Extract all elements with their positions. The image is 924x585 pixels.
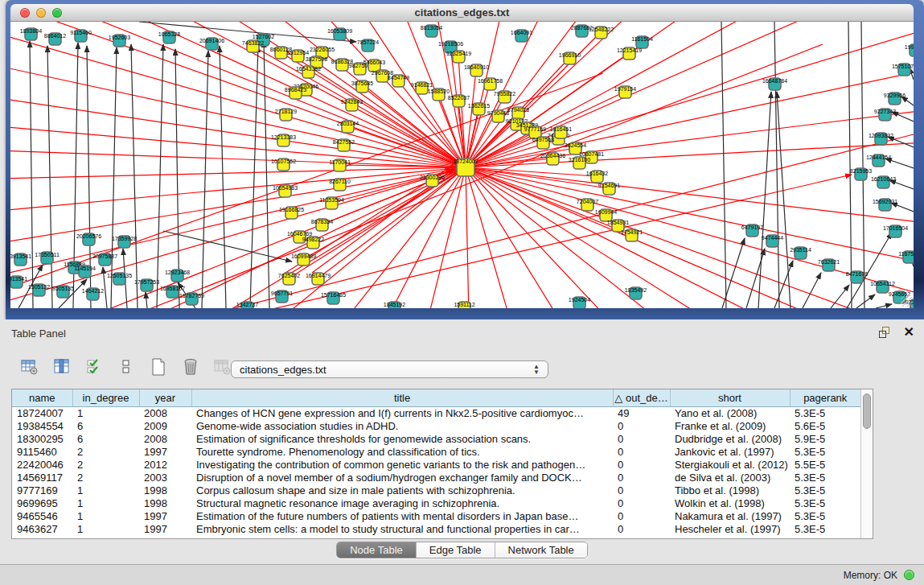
network-node[interactable]: 15716485 <box>321 292 346 304</box>
network-node[interactable]: 2935114 <box>790 247 811 259</box>
table-cell[interactable]: 49 <box>613 406 670 419</box>
resize-grip[interactable] <box>901 295 912 307</box>
network-node[interactable]: 9329966 <box>884 93 906 105</box>
table-cell[interactable]: Embryonic stem cells: a model to study s… <box>191 522 613 535</box>
network-node[interactable]: 7632621 <box>818 259 840 271</box>
row-height-icon[interactable] <box>116 356 137 377</box>
network-node[interactable]: 1161504 <box>631 36 653 48</box>
table-cell[interactable]: 2 <box>72 471 139 484</box>
table-cell[interactable]: Jankovic et al. (1997) <box>670 445 790 458</box>
network-node[interactable]: 1994202 <box>905 44 914 56</box>
table-cell[interactable]: 9699695 <box>12 496 72 509</box>
table-cell[interactable]: Hescheler et al. (1997) <box>670 522 790 535</box>
table-cell[interactable]: Corpus callosum shape and size in male p… <box>191 484 613 496</box>
column-header-pagerank[interactable]: pagerank <box>790 389 860 406</box>
network-edge[interactable] <box>861 22 864 308</box>
table-cell[interactable]: Tibbo et al. (1998) <box>670 484 790 496</box>
table-cell[interactable]: 0 <box>613 496 670 509</box>
table-settings-icon[interactable] <box>19 356 40 377</box>
float-panel-icon[interactable] <box>879 327 892 339</box>
network-node[interactable]: 20206576 <box>76 233 101 245</box>
network-node[interactable]: 1588520 <box>428 89 450 101</box>
table-cell[interactable]: 0 <box>613 445 670 458</box>
network-edge[interactable] <box>466 70 476 167</box>
table-cell[interactable]: 5.5E-5 <box>790 458 860 471</box>
table-cell[interactable]: 0 <box>613 458 670 471</box>
table-cell[interactable]: Estimation of the future numbers of pati… <box>191 509 613 522</box>
network-edge[interactable] <box>220 46 226 308</box>
network-node[interactable]: 12923468 <box>165 270 190 282</box>
network-node[interactable]: 15751074 <box>892 64 914 76</box>
table-cell[interactable]: Estimation of significance thresholds fo… <box>191 432 613 445</box>
table-cell[interactable]: Tourette syndrome. Phenomenology and cla… <box>191 445 613 458</box>
table-cell[interactable]: 2 <box>72 458 139 471</box>
table-cell[interactable]: 2008 <box>139 406 191 419</box>
network-node[interactable]: 1342737 <box>236 302 258 308</box>
table-cell[interactable]: 1997 <box>139 509 191 522</box>
network-edge[interactable] <box>758 92 771 308</box>
network-node[interactable]: 6497568 <box>532 137 554 149</box>
network-node[interactable]: 16210643 <box>871 176 896 188</box>
new-table-icon[interactable] <box>148 356 169 377</box>
network-node[interactable]: 15692931 <box>873 199 897 211</box>
table-cell[interactable]: 14569117 <box>12 471 72 484</box>
network-edge[interactable] <box>466 142 914 167</box>
network-edge[interactable] <box>10 167 466 179</box>
network-node[interactable]: 9657791 <box>271 290 293 303</box>
column-header-out_de[interactable]: △ out_de… <box>613 389 670 406</box>
network-canvas[interactable]: 1893804886401291154601952603106532820691… <box>10 22 914 308</box>
network-node[interactable]: 1505132 <box>28 284 50 296</box>
table-row[interactable]: 1830029562008Estimation of significance … <box>12 432 860 445</box>
network-edge[interactable] <box>774 22 779 308</box>
network-edge[interactable] <box>466 167 871 308</box>
network-node[interactable]: 8864012 <box>44 33 66 45</box>
table-cell[interactable]: Wolkin et al. (1998) <box>670 496 790 509</box>
network-node[interactable]: 8522037 <box>448 95 470 107</box>
network-node[interactable]: 8427552 <box>333 139 355 151</box>
table-cell[interactable]: 6 <box>72 419 139 432</box>
network-node[interactable]: 9242843 <box>341 99 363 111</box>
table-cell[interactable]: 0 <box>613 522 670 535</box>
network-node[interactable]: 19166825 <box>279 207 304 219</box>
network-node[interactable]: 1664091 <box>511 30 532 42</box>
network-node[interactable]: 3875685 <box>351 80 373 93</box>
network-node[interactable]: 10107552 <box>271 159 296 171</box>
network-node[interactable]: 12444154 <box>866 154 891 167</box>
network-node[interactable]: 12093832 <box>869 133 893 145</box>
table-cell[interactable]: 5.3E-5 <box>790 445 860 458</box>
table-row[interactable]: 946362711997Embryonic stem cells: a mode… <box>12 522 860 535</box>
network-node[interactable]: 1952603 <box>109 35 130 47</box>
network-edge[interactable] <box>429 167 466 308</box>
network-edge[interactable] <box>876 304 892 308</box>
table-cell[interactable]: 18300295 <box>12 432 72 445</box>
table-cell[interactable]: 0 <box>613 509 670 522</box>
network-node[interactable]: 18724007 <box>453 159 478 176</box>
table-cell[interactable]: 2003 <box>139 471 191 484</box>
column-header-year[interactable]: year <box>139 389 191 406</box>
memory-status-icon[interactable] <box>904 570 914 580</box>
table-cell[interactable]: 0 <box>613 432 670 445</box>
table-cell[interactable]: 9465546 <box>12 509 72 522</box>
network-node[interactable]: 1464212 <box>82 288 104 300</box>
network-node[interactable]: 11353594 <box>319 197 344 209</box>
zoom-window-icon[interactable] <box>52 8 62 18</box>
tab-network-table[interactable]: Network Table <box>495 542 587 558</box>
table-cell[interactable]: 5.3E-5 <box>790 496 860 509</box>
column-header-title[interactable]: title <box>191 389 613 406</box>
network-edge[interactable] <box>848 22 852 308</box>
table-cell[interactable]: 1 <box>72 522 139 535</box>
network-edge[interactable] <box>856 295 875 308</box>
table-row[interactable]: 911546021997Tourette syndrome. Phenomeno… <box>12 445 860 458</box>
table-cell[interactable]: 0 <box>613 419 670 432</box>
network-node[interactable]: 8215953 <box>850 168 872 180</box>
network-node[interactable]: 1979154 <box>614 86 636 98</box>
table-cell[interactable]: Stergiakouli et al. (2012) <box>670 458 790 471</box>
table-cell[interactable]: 6 <box>72 432 139 445</box>
network-node[interactable]: 1065328 <box>158 31 180 43</box>
network-node[interactable]: 12505135 <box>107 273 132 285</box>
network-edge[interactable] <box>241 175 852 308</box>
network-node[interactable]: 1893804 <box>20 28 42 40</box>
table-cell[interactable]: 19384554 <box>12 419 72 432</box>
table-cell[interactable]: 5.9E-5 <box>790 432 860 445</box>
table-cell[interactable]: 18724007 <box>12 406 72 419</box>
